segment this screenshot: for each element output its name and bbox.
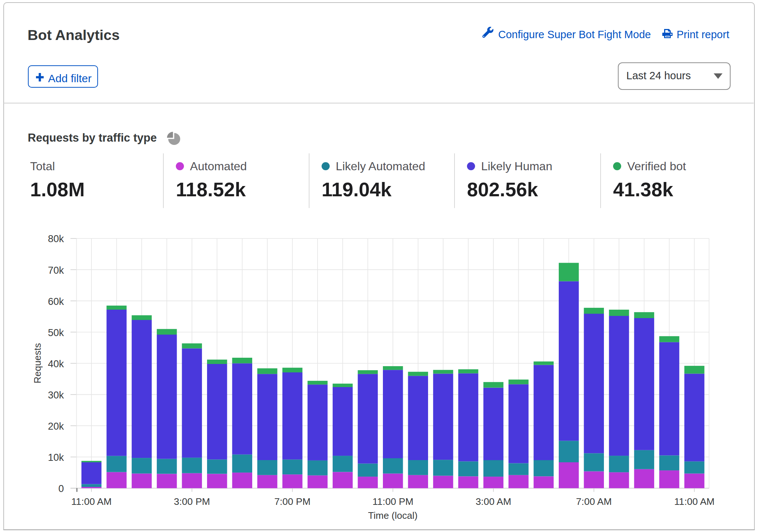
svg-text:11:00 AM: 11:00 AM xyxy=(674,496,714,507)
svg-text:50k: 50k xyxy=(48,327,64,338)
svg-text:7:00 AM: 7:00 AM xyxy=(576,496,612,507)
svg-text:Time (local): Time (local) xyxy=(368,510,418,521)
svg-text:20k: 20k xyxy=(48,421,64,432)
svg-text:Requests: Requests xyxy=(32,343,43,383)
svg-text:3:00 AM: 3:00 AM xyxy=(475,496,511,507)
svg-text:3:00 PM: 3:00 PM xyxy=(174,496,210,507)
svg-text:10k: 10k xyxy=(48,452,64,463)
svg-text:80k: 80k xyxy=(48,233,64,244)
svg-text:70k: 70k xyxy=(48,265,64,276)
svg-text:40k: 40k xyxy=(48,358,64,369)
svg-text:11:00 AM: 11:00 AM xyxy=(71,496,112,507)
svg-text:7:00 PM: 7:00 PM xyxy=(274,496,311,507)
svg-text:60k: 60k xyxy=(48,296,64,307)
svg-text:30k: 30k xyxy=(48,390,64,401)
svg-text:0: 0 xyxy=(58,483,64,494)
svg-text:11:00 PM: 11:00 PM xyxy=(373,496,413,507)
